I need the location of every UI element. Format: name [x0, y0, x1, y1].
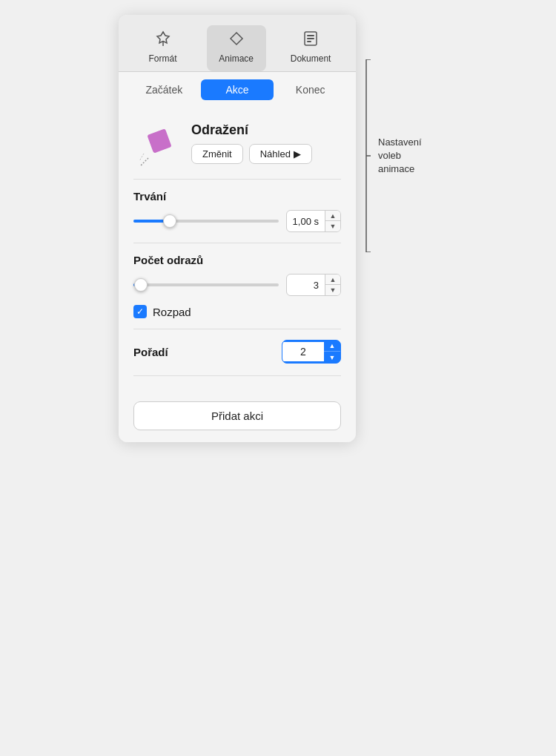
animace-icon	[228, 30, 245, 50]
add-action-button[interactable]: Přidat akci	[133, 401, 341, 430]
divider-2	[133, 243, 341, 243]
duration-value: 1,00 s	[287, 213, 325, 230]
inspector-panel: Formát Animace	[119, 15, 356, 442]
format-label: Formát	[149, 53, 177, 64]
duration-label: Trvání	[133, 190, 341, 203]
order-down-arrow[interactable]: ▼	[324, 352, 340, 363]
tab-konec[interactable]: Konec	[274, 79, 347, 100]
toolbar-item-format[interactable]: Formát	[133, 25, 193, 71]
divider-4	[133, 375, 341, 376]
svg-rect-4	[307, 41, 311, 42]
order-arrows: ▲ ▼	[324, 341, 340, 363]
toolbar-item-dokument[interactable]: Dokument	[280, 25, 342, 71]
order-row: Pořadí 2 ▲ ▼	[133, 340, 341, 364]
toolbar-item-animace[interactable]: Animace	[207, 25, 266, 71]
duration-stepper: 1,00 s ▲ ▼	[286, 210, 341, 232]
duration-thumb[interactable]	[163, 214, 176, 228]
tab-akce[interactable]: Akce	[201, 79, 274, 100]
bounce-thumb[interactable]	[134, 278, 148, 292]
bounce-count-section: Počet odrazů 3 ▲ ▼	[133, 254, 341, 318]
bounce-count-label: Počet odrazů	[133, 254, 341, 266]
bounce-down-arrow[interactable]: ▼	[325, 285, 340, 295]
bounce-up-arrow[interactable]: ▲	[325, 275, 340, 285]
order-label: Pořadí	[133, 346, 168, 358]
bounce-slider[interactable]	[133, 283, 279, 286]
duration-slider[interactable]	[133, 220, 279, 223]
order-stepper: 2 ▲ ▼	[282, 340, 341, 364]
bounce-slider-row: 3 ▲ ▼	[133, 274, 341, 296]
svg-line-5	[141, 158, 148, 165]
dokument-label: Dokument	[291, 53, 331, 64]
side-annotation: Nastavení voleb animace	[360, 15, 437, 252]
svg-rect-7	[147, 128, 171, 153]
format-icon	[154, 30, 172, 50]
bounce-stepper: 3 ▲ ▼	[286, 274, 341, 296]
animation-icon-area	[133, 119, 181, 167]
duration-section: Trvání 1,00 s ▲ ▼	[133, 190, 341, 232]
animation-header: Odražení Změnit Náhled ▶	[133, 119, 341, 167]
bounce-arrows: ▲ ▼	[325, 275, 340, 295]
svg-line-6	[139, 154, 144, 161]
duration-up-arrow[interactable]: ▲	[325, 211, 340, 221]
animace-label: Animace	[219, 53, 254, 64]
preview-button[interactable]: Náhled ▶	[249, 144, 312, 164]
duration-arrows: ▲ ▼	[325, 211, 340, 231]
animation-buttons: Změnit Náhled ▶	[191, 144, 312, 164]
order-value: 2	[282, 342, 324, 361]
bounce-value: 3	[287, 277, 325, 294]
check-icon: ✓	[136, 307, 144, 316]
duration-down-arrow[interactable]: ▼	[325, 221, 340, 231]
animation-info: Odražení Změnit Náhled ▶	[191, 122, 312, 164]
change-button[interactable]: Změnit	[191, 144, 243, 164]
duration-slider-row: 1,00 s ▲ ▼	[133, 210, 341, 232]
content-area: Odražení Změnit Náhled ▶ Trvání	[119, 108, 356, 442]
segment-tabs: Začátek Akce Konec	[119, 72, 356, 108]
panel-container: Formát Animace	[119, 15, 437, 442]
tab-zacatek[interactable]: Začátek	[128, 79, 201, 100]
dokument-icon	[302, 30, 320, 50]
divider-3	[133, 329, 341, 329]
decay-row: ✓ Rozpad	[133, 305, 341, 318]
divider-1	[133, 179, 341, 180]
bracket-svg	[360, 59, 372, 252]
svg-rect-3	[307, 38, 314, 39]
svg-rect-2	[307, 35, 314, 36]
decay-checkbox[interactable]: ✓	[133, 305, 147, 318]
annotation-text: Nastavení voleb animace	[378, 136, 437, 177]
animation-name: Odražení	[191, 122, 312, 138]
toolbar: Formát Animace	[119, 15, 356, 72]
decay-label: Rozpad	[153, 306, 191, 318]
order-up-arrow[interactable]: ▲	[324, 341, 340, 352]
